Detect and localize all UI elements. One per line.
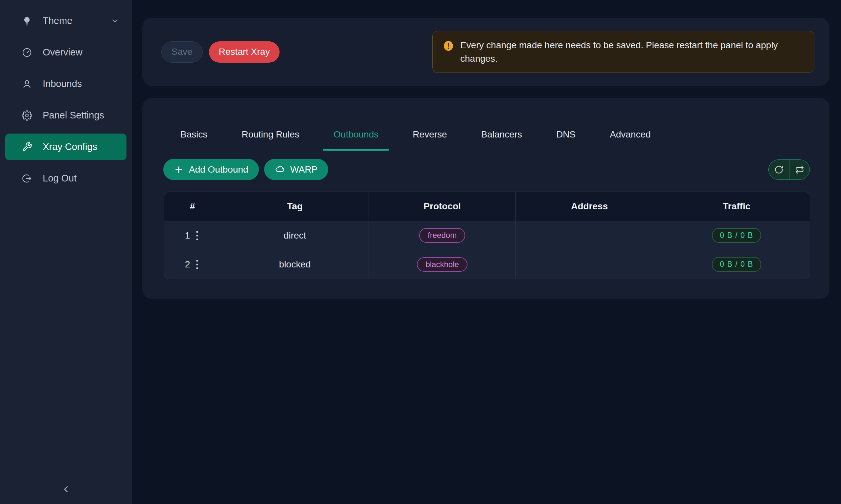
row-number: 2 <box>185 259 190 270</box>
refresh-icon <box>774 165 784 175</box>
tab-outbounds[interactable]: Outbounds <box>316 129 396 150</box>
row-menu-button[interactable] <box>194 258 200 271</box>
user-icon <box>22 79 32 89</box>
outbounds-table: # Tag Protocol Address Traffic 1 direct … <box>164 192 810 279</box>
tag-cell: blocked <box>221 250 369 279</box>
row-number-cell: 2 <box>164 250 221 279</box>
tab-balancers[interactable]: Balancers <box>464 129 539 150</box>
chevron-down-icon <box>111 17 119 25</box>
protocol-badge: freedom <box>419 228 465 243</box>
column-header-tag: Tag <box>221 192 369 221</box>
repeat-icon <box>795 165 804 174</box>
add-outbound-button[interactable]: Add Outbound <box>163 159 259 180</box>
tab-dns[interactable]: DNS <box>539 129 593 150</box>
sidebar-item-label: Log Out <box>43 173 76 184</box>
protocol-cell: freedom <box>369 221 516 250</box>
sidebar-item-label: Xray Configs <box>43 141 97 152</box>
sidebar-item-label: Inbounds <box>43 78 82 89</box>
traffic-cell: 0 B / 0 B <box>663 250 810 279</box>
column-header-address: Address <box>516 192 664 221</box>
row-menu-button[interactable] <box>194 229 200 242</box>
column-header-traffic: Traffic <box>663 192 810 221</box>
address-cell <box>516 221 664 250</box>
row-number: 1 <box>185 230 190 241</box>
protocol-badge: blackhole <box>417 257 467 272</box>
logout-icon <box>22 173 32 184</box>
restart-xray-button[interactable]: Restart Xray <box>209 41 280 63</box>
warp-button[interactable]: WARP <box>264 159 328 180</box>
table-refresh-group <box>768 160 810 180</box>
tab-basics[interactable]: Basics <box>163 129 224 150</box>
save-button[interactable]: Save <box>161 41 203 63</box>
sidebar: Theme Overview Inbounds Panel Settings <box>0 0 132 504</box>
sidebar-nav: Theme Overview Inbounds Panel Settings <box>5 7 126 192</box>
tab-advanced[interactable]: Advanced <box>593 129 668 150</box>
cloud-icon <box>275 164 285 175</box>
sidebar-item-label: Panel Settings <box>43 110 104 121</box>
sidebar-item-label: Overview <box>43 47 83 58</box>
refresh-button[interactable] <box>769 160 789 179</box>
toolbar-card: Save Restart Xray Every change made here… <box>142 18 829 86</box>
alert-message: Every change made here needs to be saved… <box>460 38 804 66</box>
traffic-cell: 0 B / 0 B <box>663 221 810 250</box>
sidebar-item-panel-settings[interactable]: Panel Settings <box>5 102 126 129</box>
address-cell <box>516 250 664 279</box>
restart-warning-alert: Every change made here needs to be saved… <box>432 31 814 73</box>
protocol-cell: blackhole <box>369 250 516 279</box>
column-header-num: # <box>164 192 221 221</box>
row-number-cell: 1 <box>164 221 221 250</box>
gear-icon <box>22 110 32 121</box>
plus-icon <box>174 165 184 175</box>
dots-vertical-icon <box>195 230 200 241</box>
tab-routing-rules[interactable]: Routing Rules <box>224 129 316 150</box>
traffic-badge: 0 B / 0 B <box>712 228 761 243</box>
sidebar-collapse-button[interactable] <box>0 484 132 495</box>
dots-vertical-icon <box>195 259 200 270</box>
xray-configs-card: Basics Routing Rules Outbounds Reverse B… <box>142 98 829 299</box>
chevron-left-icon <box>61 484 72 495</box>
sidebar-item-label: Theme <box>43 15 72 26</box>
outbounds-actions-row: Add Outbound WARP <box>163 159 810 180</box>
gauge-icon <box>22 47 32 58</box>
traffic-badge: 0 B / 0 B <box>712 257 761 272</box>
sidebar-item-theme[interactable]: Theme <box>5 7 126 34</box>
column-header-protocol: Protocol <box>369 192 516 221</box>
auto-refresh-toggle-button[interactable] <box>789 160 809 179</box>
sidebar-item-log-out[interactable]: Log Out <box>5 165 126 192</box>
warning-icon <box>443 40 454 52</box>
sidebar-item-inbounds[interactable]: Inbounds <box>5 71 126 97</box>
sidebar-item-overview[interactable]: Overview <box>5 39 126 66</box>
tab-reverse[interactable]: Reverse <box>396 129 464 150</box>
config-tabs: Basics Routing Rules Outbounds Reverse B… <box>163 129 810 150</box>
wrench-icon <box>22 142 32 152</box>
tag-cell: direct <box>221 221 369 250</box>
lightbulb-icon <box>22 16 32 26</box>
sidebar-item-xray-configs[interactable]: Xray Configs <box>5 133 126 160</box>
warp-label: WARP <box>290 164 318 175</box>
add-outbound-label: Add Outbound <box>189 164 248 175</box>
